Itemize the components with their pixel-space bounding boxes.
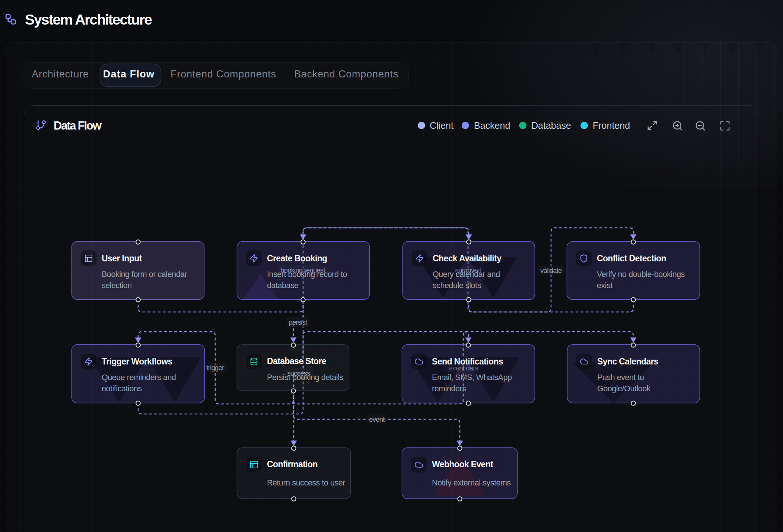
svg-text:Create Booking: Create Booking xyxy=(267,254,327,263)
svg-text:Database: Database xyxy=(531,120,571,131)
svg-text:Confirmation: Confirmation xyxy=(267,459,318,469)
svg-text:persist: persist xyxy=(289,318,308,326)
svg-text:Verify no double-bookings: Verify no double-bookings xyxy=(597,270,685,279)
svg-text:trigger: trigger xyxy=(207,364,224,372)
svg-text:Email, SMS, WhatsApp: Email, SMS, WhatsApp xyxy=(432,373,512,382)
svg-text:reminders: reminders xyxy=(432,384,466,393)
svg-text:exist: exist xyxy=(597,281,612,290)
svg-text:Notify external systems: Notify external systems xyxy=(432,478,511,487)
svg-text:database: database xyxy=(267,281,299,290)
svg-text:Push event to: Push event to xyxy=(597,373,644,382)
svg-text:Frontend Components: Frontend Components xyxy=(171,69,276,80)
svg-text:Persist booking details: Persist booking details xyxy=(267,373,343,382)
svg-text:Google/Outlook: Google/Outlook xyxy=(597,384,651,393)
svg-text:System Architecture: System Architecture xyxy=(25,12,152,28)
svg-text:Frontend: Frontend xyxy=(593,120,630,131)
svg-text:schedule slots: schedule slots xyxy=(433,281,481,290)
svg-text:Database Store: Database Store xyxy=(267,356,326,366)
svg-text:Query calendar and: Query calendar and xyxy=(433,270,500,279)
svg-text:Webhook Event: Webhook Event xyxy=(432,459,493,469)
svg-text:Data Flow: Data Flow xyxy=(103,69,155,80)
svg-text:Send Notifications: Send Notifications xyxy=(432,357,503,366)
svg-text:Client: Client xyxy=(430,120,453,131)
svg-text:Backend: Backend xyxy=(474,120,510,131)
svg-text:Backend Components: Backend Components xyxy=(294,69,398,80)
svg-text:notifications: notifications xyxy=(102,384,142,393)
svg-text:Architecture: Architecture xyxy=(32,69,89,80)
svg-text:Check Availability: Check Availability xyxy=(433,254,502,263)
svg-text:Return success to user: Return success to user xyxy=(267,478,345,487)
svg-text:Sync Calendars: Sync Calendars xyxy=(597,357,658,366)
svg-text:Insert booking record to: Insert booking record to xyxy=(267,270,347,279)
svg-text:Data Flow: Data Flow xyxy=(54,119,102,132)
svg-text:event: event xyxy=(369,415,385,423)
svg-text:Booking form or calendar: Booking form or calendar xyxy=(102,270,187,279)
svg-text:validate: validate xyxy=(540,267,562,274)
svg-text:Queue reminders and: Queue reminders and xyxy=(102,373,176,382)
svg-text:Conflict Detection: Conflict Detection xyxy=(597,254,666,263)
svg-text:Trigger Workflows: Trigger Workflows xyxy=(102,357,172,366)
svg-text:User Input: User Input xyxy=(102,254,142,263)
svg-text:selection: selection xyxy=(102,281,132,290)
